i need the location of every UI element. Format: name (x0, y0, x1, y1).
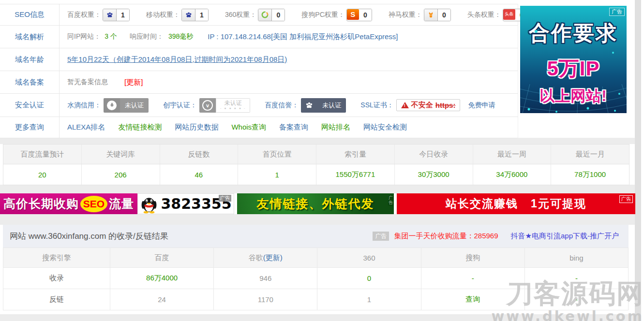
link-friend-links-check[interactable]: 友情链接检测 (118, 123, 162, 132)
row-label: 域名年龄 (0, 48, 60, 71)
stat-week-value[interactable]: 34万6000 (473, 164, 552, 185)
google-index-value: 946 (214, 268, 317, 289)
stats-col-backlinks: 反链数 (160, 145, 239, 164)
icp-update-link[interactable]: [更新] (124, 78, 143, 87)
scrollbar-track[interactable] (635, 0, 641, 321)
weight-value: 0 (359, 9, 372, 21)
row-label: 安全认证 (0, 94, 60, 117)
baidu-weight[interactable]: 百度权重： 1 (67, 9, 130, 21)
header-ad-blue-link[interactable]: 抖音★电商引流app下载-推广开户 (511, 232, 619, 241)
shuidi-credit: 水滴信用： 未认证 (67, 98, 149, 113)
weight-label: 搜狗PC权重： (301, 11, 344, 19)
weight-label: 移动权重： (146, 11, 180, 19)
sogou-pc-weight[interactable]: 搜狗PC权重： S 0 (301, 9, 372, 21)
index-backlink-result-panel: 网站 www.360xinfang.com 的收录/反链结果 广告 集团一手天价… (3, 225, 629, 310)
stats-col-week: 最近一周 (473, 145, 552, 164)
table-row-backlinks: 反链 24 1170 1 查询 - (3, 289, 629, 310)
baidu-rep-badge[interactable]: 未认证 (301, 98, 346, 113)
response-time-value: 398毫秒 (168, 32, 193, 41)
stats-col-month: 最近一月 (551, 145, 629, 164)
stat-backlinks-value[interactable]: 46 (160, 164, 239, 185)
shenma-weight-badge[interactable]: 0 (424, 9, 451, 21)
row-label-index: 收录 (3, 268, 110, 289)
mobile-weight[interactable]: 移动权重： 1 (146, 9, 209, 21)
weight-value: 0 (272, 9, 285, 21)
baidu-weight-badge[interactable]: 1 (103, 9, 130, 21)
weight-label: 360权重： (225, 11, 256, 19)
ssl-insecure-box[interactable]: 不安全 https: (396, 99, 461, 111)
domain-age-link[interactable]: 5年10月22天（创建于2014年08月08日,过期时间为2021年08月08日… (67, 55, 287, 64)
stats-col-today: 今日收录 (395, 145, 473, 164)
weight-label: 神马权重： (389, 11, 422, 19)
google-update-link[interactable]: (更新) (263, 253, 283, 263)
stat-index-value[interactable]: 1550万6771 (316, 164, 395, 185)
ssl-warn-text: 不安全 (411, 101, 433, 110)
ssl-https-text: https: (435, 101, 456, 109)
stat-month-value[interactable]: 78万1000 (551, 164, 629, 185)
link-alexa-rank[interactable]: ALEXA排名 (67, 123, 105, 132)
stat-keywords-value[interactable]: 206 (82, 164, 160, 185)
same-ip-value[interactable]: 3 个 (105, 32, 117, 41)
friend-links-ad-banner[interactable]: 友情链接、外链代发 广告 (237, 193, 394, 214)
row-icp: 域名备案 暂无备案信息 [更新] (0, 71, 518, 94)
chuangyu-badge-text: 未认证 - ● ● ● ● - (216, 98, 250, 113)
link-security-check[interactable]: 网站安全检测 (363, 123, 407, 132)
360-index-value[interactable]: 0 (317, 268, 421, 289)
divider-band (0, 214, 635, 225)
row-security: 安全认证 水滴信用： 未认证 创宇认证： v 未认证 - ● ● ● (0, 94, 518, 117)
baidu-reputation: 百度信誉： 未认证 (265, 98, 346, 113)
dot-decoration (612, 52, 614, 54)
link-site-history[interactable]: 网站历史数据 (175, 123, 218, 132)
webmaster-money-ad-banner[interactable]: 站长交流赚钱 1元可提现 广告 (397, 193, 635, 214)
col-baidu: 百度 (110, 248, 214, 267)
dot-decoration (535, 30, 538, 33)
side-ad-line1: 合作要求 (520, 19, 627, 47)
so360-weight-badge[interactable]: 0 (258, 9, 285, 21)
warning-triangle-icon (401, 102, 409, 108)
ssl-label: SSL证书： (360, 101, 393, 110)
stat-traffic-value[interactable]: 20 (3, 164, 82, 185)
buy-traffic-ad-banner[interactable]: 高价长期收购 SEO 流量 3823355 广告 (0, 193, 234, 214)
baidu-index-value[interactable]: 86万4000 (110, 268, 214, 289)
sogou-weight-badge[interactable]: S 0 (346, 9, 372, 21)
header-ad-red-link[interactable]: 集团一手天价收购流量：285969 (394, 232, 498, 241)
ip-info[interactable]: IP : 107.148.214.68[美国 加利福尼亚州洛杉矶PetaExpr… (208, 32, 398, 42)
so360-weight[interactable]: 360权重： 0 (225, 9, 285, 21)
link-site-rank[interactable]: 网站排名 (321, 123, 350, 132)
col-sogou: 搜狗 (421, 248, 525, 267)
shuidi-badge[interactable]: 未认证 (104, 98, 149, 113)
row-label: SEO信息 (0, 4, 60, 25)
stat-homepage-pos-value[interactable]: 1 (238, 164, 316, 185)
side-ad-line2: 5万IP (520, 55, 627, 82)
mobile-weight-badge[interactable]: 1 (181, 9, 209, 21)
side-ad-banner[interactable]: 广告 合作要求 5万IP 以上网站! (520, 6, 627, 113)
ad-badge: 广告 (219, 195, 231, 202)
stat-today-value[interactable]: 30万3000 (395, 164, 473, 185)
ad-badge: 广告 (619, 195, 633, 203)
row-label: 域名解析 (0, 26, 60, 48)
baidu-rep-badge-text: 未认证 (317, 98, 346, 113)
result-table-header: 搜索引擎 百度 谷歌(更新) 360 搜狗 bing (3, 248, 629, 268)
stats-col-keywords: 关键词库 (82, 145, 160, 164)
toutiao-weight[interactable]: 头条权重： 头条 0 (467, 9, 528, 21)
ad-text: 1元可提现 (531, 196, 586, 211)
stats-col-homepage-pos: 首页位置 (238, 145, 316, 164)
360-backlink-value: 1 (317, 289, 421, 310)
ssl-cert: SSL证书： 不安全 https: 免费申请 (360, 99, 495, 111)
toutiao-icon: 头条 (503, 9, 515, 20)
row-label: 更多查询 (0, 117, 60, 138)
baidu-backlink-value: 24 (110, 289, 214, 310)
shenma-weight[interactable]: 神马权重： 0 (389, 9, 451, 21)
chuangyu-badge[interactable]: v 未认证 - ● ● ● ● - (199, 98, 250, 113)
stats-col-index: 索引量 (316, 145, 395, 164)
stats-col-traffic: 百度流量预计 (3, 145, 82, 164)
water-drop-icon (104, 98, 120, 113)
baidu-paw-icon (301, 98, 317, 113)
ssl-free-apply-link[interactable]: 免费申请 (468, 101, 495, 110)
divider-band (0, 314, 635, 321)
response-time-label: 响应时间： (130, 32, 164, 41)
sogou-backlink-query-link[interactable]: 查询 (421, 289, 525, 310)
link-whois[interactable]: Whois查询 (231, 123, 266, 132)
link-icp-query[interactable]: 备案查询 (279, 123, 308, 132)
row-dns: 域名解析 同IP网站： 3 个 响应时间： 398毫秒 IP : 107.148… (0, 26, 518, 48)
